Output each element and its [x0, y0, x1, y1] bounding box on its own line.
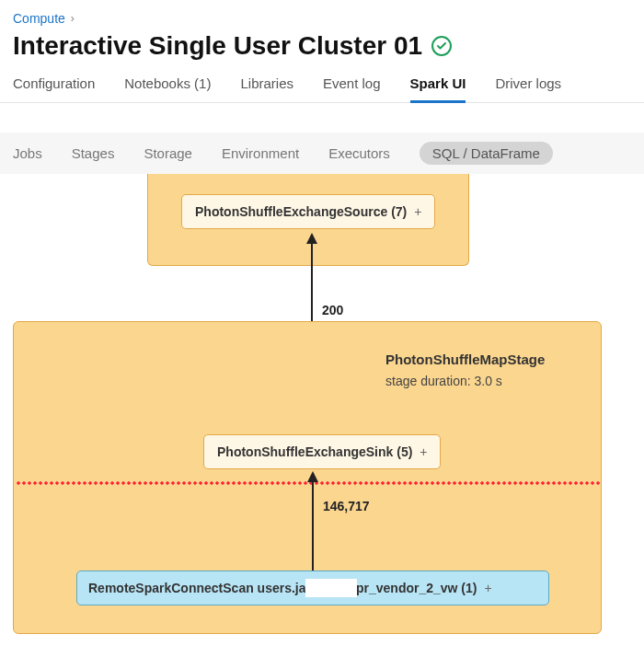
- subtab-stages[interactable]: Stages: [72, 142, 115, 165]
- page-title: Interactive Single User Cluster 01: [13, 31, 422, 61]
- node-label: PhotonShuffleExchangeSource (7): [195, 204, 407, 219]
- expand-icon[interactable]: +: [420, 444, 427, 459]
- stage-box-bottom: PhotonShuffleMapStage stage duration: 3.…: [13, 321, 602, 634]
- breadcrumb: Compute ›: [0, 0, 644, 29]
- subtab-storage[interactable]: Storage: [144, 142, 192, 165]
- expand-icon[interactable]: +: [414, 204, 421, 219]
- chevron-right-icon: ›: [71, 12, 75, 25]
- tab-libraries[interactable]: Libraries: [240, 75, 293, 103]
- node-remote-scan[interactable]: RemoteSparkConnectScan users.ja ıd.fs_pr…: [76, 571, 549, 605]
- redaction-mask: [305, 579, 357, 597]
- breadcrumb-parent[interactable]: Compute: [13, 11, 65, 26]
- subtab-executors[interactable]: Executors: [328, 142, 390, 165]
- subtab-sql-dataframe[interactable]: SQL / DataFrame: [420, 142, 553, 165]
- expand-icon[interactable]: +: [484, 581, 491, 595]
- subtab-environment[interactable]: Environment: [222, 142, 299, 165]
- node-shuffle-source[interactable]: PhotonShuffleExchangeSource (7) +: [181, 194, 435, 229]
- subtab-jobs[interactable]: Jobs: [13, 142, 42, 165]
- node-label: RemoteSparkConnectScan users.ja ıd.fs_pr…: [88, 581, 477, 595]
- status-check-icon: [431, 36, 452, 56]
- main-tabs: Configuration Notebooks (1) Libraries Ev…: [0, 70, 644, 103]
- tab-event-log[interactable]: Event log: [323, 75, 381, 103]
- stage-box-top: PhotonShuffleExchangeSource (7) +: [147, 174, 469, 266]
- tab-spark-ui[interactable]: Spark UI: [410, 75, 466, 103]
- tab-notebooks[interactable]: Notebooks (1): [124, 75, 211, 103]
- stage-title: PhotonShuffleMapStage: [385, 352, 545, 367]
- arrow-line: [312, 480, 314, 572]
- stage-duration: stage duration: 3.0 s: [385, 374, 502, 388]
- edge-label-top: 200: [322, 303, 343, 317]
- tab-configuration[interactable]: Configuration: [13, 75, 95, 103]
- query-plan-diagram: PhotonShuffleExchangeSource (7) + 200 Ph…: [0, 174, 644, 652]
- edge-label-bottom: 146,717: [323, 499, 370, 513]
- node-label: PhotonShuffleExchangeSink (5): [217, 444, 412, 459]
- node-shuffle-sink[interactable]: PhotonShuffleExchangeSink (5) +: [203, 434, 441, 469]
- spark-ui-subtabs-bar: Jobs Stages Storage Environment Executor…: [0, 133, 644, 174]
- page-title-row: Interactive Single User Cluster 01: [0, 29, 644, 70]
- tab-driver-logs[interactable]: Driver logs: [495, 75, 561, 103]
- spark-ui-subtabs: Jobs Stages Storage Environment Executor…: [13, 142, 631, 165]
